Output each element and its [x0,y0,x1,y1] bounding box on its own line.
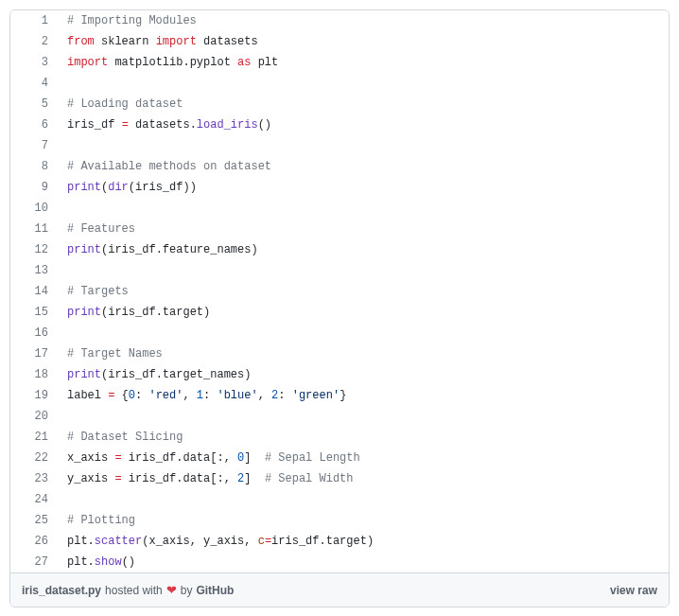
token: : [203,389,217,402]
line-number[interactable]: 25 [10,510,58,531]
token-pl-c: # Loading dataset [67,97,183,111]
token: . [190,118,197,132]
line-number[interactable]: 16 [10,323,58,343]
token: . [156,243,163,256]
line-number[interactable]: 8 [10,156,58,177]
token-pl-s1: datasets [203,35,258,48]
filename-link[interactable]: iris_dataset.py [22,584,101,597]
code-line: 22x_axis = iris_df.data[:, 0] # Sepal Le… [10,448,669,468]
line-number[interactable]: 11 [10,219,58,239]
line-content: print(iris_df.target_names) [58,364,251,385]
line-number[interactable]: 26 [10,531,58,552]
token: () [258,118,271,132]
line-content: # Dataset Slicing [58,427,183,448]
line-number[interactable]: 17 [10,343,58,364]
token-pl-k: import [67,56,108,69]
line-content [58,135,67,156]
line-number[interactable]: 24 [10,489,58,510]
line-number[interactable]: 5 [10,94,58,114]
hosted-with-text: hosted with [105,584,163,597]
token-pl-en: print [67,243,101,256]
token-pl-k: as [237,56,251,69]
token [251,56,257,69]
line-number[interactable]: 3 [10,52,58,73]
code-line: 21# Dataset Slicing [10,427,669,448]
token-pl-s1: data [183,451,210,465]
token-pl-s1: target [326,535,367,548]
token-pl-s1: plt [67,535,88,548]
line-content: iris_df = datasets.load_iris() [58,114,271,135]
heart-icon: ❤ [166,583,177,597]
line-number[interactable]: 10 [10,198,58,219]
token [129,118,135,132]
line-number[interactable]: 23 [10,468,58,489]
token: . [320,535,326,548]
line-content: # Targets [58,281,129,302]
line-content [58,489,67,510]
token-pl-s: 'blue' [217,389,257,402]
line-number[interactable]: 13 [10,260,58,281]
code-line: 23y_axis = iris_df.data[:, 2] # Sepal Wi… [10,468,669,489]
line-number[interactable]: 1 [10,10,58,31]
line-number[interactable]: 20 [10,406,58,427]
token-pl-s1: iris_df [135,181,183,194]
token-pl-en: show [95,555,122,569]
token: , [244,535,257,548]
code-line: 6iris_df = datasets.load_iris() [10,114,669,135]
token-pl-c: # Sepal Width [265,472,354,485]
line-content: print(iris_df.feature_names) [58,239,258,260]
code-line: 14# Targets [10,281,669,302]
line-number[interactable]: 4 [10,73,58,94]
token-pl-en: dir [108,181,129,194]
code-line: 19label = {0: 'red', 1: 'blue', 2: 'gree… [10,385,669,406]
line-number[interactable]: 12 [10,239,58,260]
line-content: # Target Names [58,343,163,364]
token-pl-s1: pyplot [190,56,231,69]
code-area: 1# Importing Modules2from sklearn import… [10,10,669,572]
token: : [135,389,148,402]
token-pl-s: 'red' [148,389,183,402]
line-content: # Features [58,219,135,239]
code-line: 2from sklearn import datasets [10,31,669,52]
line-content: plt.show() [58,552,135,572]
line-content: from sklearn import datasets [58,31,258,52]
token-pl-en: scatter [95,535,142,548]
line-number[interactable]: 18 [10,364,58,385]
line-content: print(iris_df.target) [58,302,210,323]
token: . [156,306,163,319]
token-pl-s1: iris_df [108,243,155,256]
token-pl-c: # Importing Modules [67,14,197,27]
line-number[interactable]: 6 [10,114,58,135]
line-number[interactable]: 14 [10,281,58,302]
line-number[interactable]: 27 [10,552,58,572]
line-content: print(dir(iris_df)) [58,177,197,198]
token-pl-k: = [114,472,121,485]
token-pl-k: = [114,451,121,465]
line-number[interactable]: 21 [10,427,58,448]
line-number[interactable]: 19 [10,385,58,406]
view-raw-link[interactable]: view raw [610,584,657,597]
token-pl-k: = [122,118,129,132]
token-pl-c: # Available methods on dataset [67,160,271,173]
code-line: 18print(iris_df.target_names) [10,364,669,385]
token [95,35,101,48]
line-number[interactable]: 22 [10,448,58,468]
line-number[interactable]: 7 [10,135,58,156]
line-number[interactable]: 9 [10,177,58,198]
github-link[interactable]: GitHub [196,584,234,597]
line-content [58,260,67,281]
line-number[interactable]: 2 [10,31,58,52]
token-pl-s1: iris_df [67,118,114,132]
token [122,451,129,465]
token-pl-s1: datasets [135,118,190,132]
token-pl-k: from [67,35,95,48]
token-pl-c: # Sepal Length [265,451,360,465]
token: : [278,389,291,402]
token: , [258,389,271,402]
token-pl-c1: 0 [129,389,135,402]
token [231,56,237,69]
token: ] [244,451,265,465]
token: . [183,56,189,69]
token-pl-c: # Features [67,222,135,236]
line-number[interactable]: 15 [10,302,58,323]
